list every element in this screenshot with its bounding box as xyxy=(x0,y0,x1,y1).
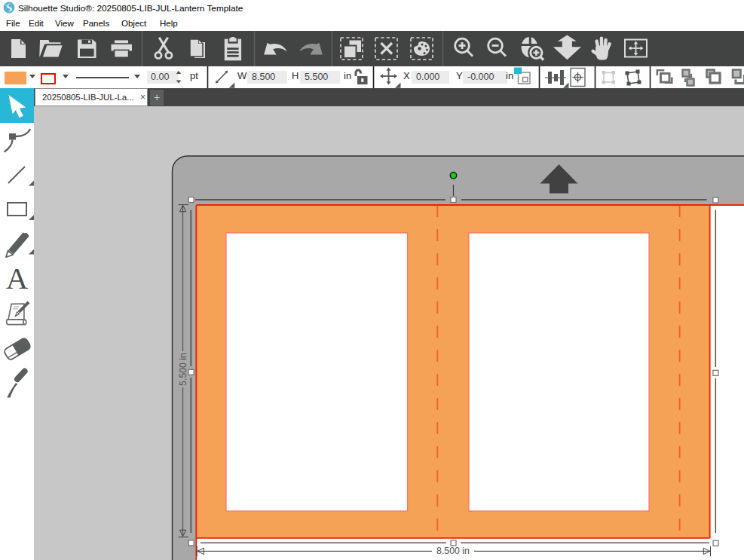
svg-text:8.500 in: 8.500 in xyxy=(436,546,470,556)
svg-text:A: A xyxy=(6,261,29,295)
svg-text:5.500 in: 5.500 in xyxy=(178,353,188,386)
